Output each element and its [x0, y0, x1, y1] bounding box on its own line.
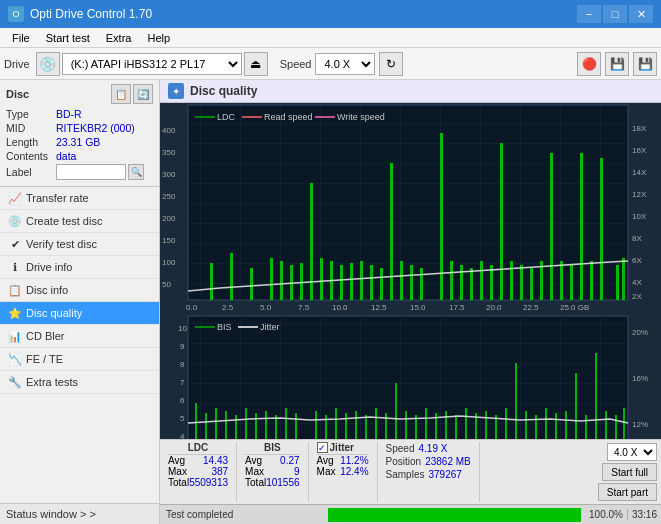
nav-fe-te[interactable]: 📉 FE / TE [0, 348, 159, 371]
stats-bar: LDC Avg 14.43 Max 387 Total 5509313 [160, 439, 661, 504]
toolbar-btn-1[interactable]: 🔴 [577, 52, 601, 76]
disc-label-input[interactable] [56, 164, 126, 180]
svg-text:5.0: 5.0 [260, 303, 272, 312]
menu-help[interactable]: Help [139, 30, 178, 46]
nav-create-test-disc[interactable]: 💿 Create test disc [0, 210, 159, 233]
status-window-button[interactable]: Status window > > [0, 503, 159, 524]
svg-rect-135 [575, 373, 577, 439]
speed-select-stats[interactable]: 4.0 X 1.0 X 2.0 X 8.0 X [607, 443, 657, 461]
svg-text:100: 100 [162, 258, 176, 267]
charts-container: LDC Read speed Write speed 400 350 300 2… [160, 103, 661, 439]
svg-text:14X: 14X [632, 168, 647, 177]
nav-extra-tests[interactable]: 🔧 Extra tests [0, 371, 159, 394]
svg-rect-38 [360, 261, 363, 300]
svg-rect-57 [560, 261, 563, 300]
total-label-2: Total [245, 477, 266, 488]
disc-label-btn[interactable]: 🔍 [128, 164, 144, 180]
svg-text:Write speed: Write speed [337, 112, 385, 122]
bis-header: BIS [245, 442, 300, 455]
disc-info-panel: Disc 📋 🔄 Type BD-R MID RITEKBR2 (000) Le… [0, 80, 159, 187]
ldc-max: 387 [211, 466, 228, 477]
svg-rect-36 [340, 265, 343, 300]
svg-text:16X: 16X [632, 146, 647, 155]
minimize-button[interactable]: − [577, 5, 601, 23]
svg-text:12X: 12X [632, 190, 647, 199]
svg-rect-56 [550, 153, 553, 300]
menu-file[interactable]: File [4, 30, 38, 46]
svg-rect-26 [210, 263, 213, 300]
svg-rect-51 [500, 143, 503, 300]
divider-3 [377, 442, 378, 502]
svg-rect-42 [400, 261, 403, 300]
ldc-header: LDC [168, 442, 228, 455]
svg-rect-115 [375, 408, 377, 439]
disc-icon-btn-2[interactable]: 🔄 [133, 84, 153, 104]
menu-extra[interactable]: Extra [98, 30, 140, 46]
nav-label-disc-quality: Disc quality [26, 307, 82, 319]
max-label: Max [168, 466, 187, 477]
start-part-button[interactable]: Start part [598, 483, 657, 501]
svg-text:6X: 6X [632, 256, 642, 265]
nav-label-fe-te: FE / TE [26, 353, 63, 365]
transfer-rate-icon: 📈 [8, 191, 22, 205]
nav-verify-test-disc[interactable]: ✔ Verify test disc [0, 233, 159, 256]
menu-bar: File Start test Extra Help [0, 28, 661, 48]
nav-cd-bler[interactable]: 📊 CD Bler [0, 325, 159, 348]
nav-disc-info[interactable]: 📋 Disc info [0, 279, 159, 302]
maximize-button[interactable]: □ [603, 5, 627, 23]
svg-rect-28 [250, 268, 253, 300]
svg-rect-53 [520, 265, 523, 300]
svg-rect-110 [325, 415, 327, 439]
position-label: Position [386, 456, 422, 467]
svg-rect-137 [595, 353, 597, 439]
disc-icon-btn-1[interactable]: 📋 [111, 84, 131, 104]
svg-text:10: 10 [178, 324, 187, 333]
svg-text:LDC: LDC [217, 112, 236, 122]
svg-text:200: 200 [162, 214, 176, 223]
position-value: 23862 MB [425, 456, 471, 467]
max-label-2: Max [245, 466, 264, 477]
eject-button[interactable]: ⏏ [244, 52, 268, 76]
svg-rect-136 [585, 415, 587, 439]
menu-start-test[interactable]: Start test [38, 30, 98, 46]
svg-text:150: 150 [162, 236, 176, 245]
speed-stat-label: Speed [386, 443, 415, 454]
close-button[interactable]: ✕ [629, 5, 653, 23]
position-row: Position 23862 MB [386, 455, 471, 468]
svg-text:12%: 12% [632, 420, 648, 429]
svg-rect-140 [623, 408, 625, 439]
svg-rect-118 [405, 411, 407, 439]
svg-text:2X: 2X [632, 292, 642, 301]
nav-transfer-rate[interactable]: 📈 Transfer rate [0, 187, 159, 210]
jitter-stats: ✓ Jitter Avg 11.2% Max 12.4% [313, 442, 373, 502]
svg-rect-109 [315, 411, 317, 439]
svg-text:250: 250 [162, 192, 176, 201]
nav-disc-quality[interactable]: ⭐ Disc quality [0, 302, 159, 325]
speed-apply-button[interactable]: ↻ [379, 52, 403, 76]
start-full-button[interactable]: Start full [602, 463, 657, 481]
svg-rect-100 [225, 411, 227, 439]
svg-rect-130 [525, 411, 527, 439]
verify-test-disc-icon: ✔ [8, 237, 22, 251]
divider-2 [308, 442, 309, 502]
nav-drive-info[interactable]: ℹ Drive info [0, 256, 159, 279]
bis-total-row: Total 101556 [245, 477, 300, 488]
drive-select[interactable]: (K:) ATAPI iHBS312 2 PL17 [62, 53, 242, 75]
jitter-checkbox[interactable]: ✓ [317, 442, 328, 453]
svg-rect-113 [355, 411, 357, 439]
nav-label-disc-info: Disc info [26, 284, 68, 296]
svg-rect-112 [345, 413, 347, 439]
type-value: BD-R [56, 108, 82, 120]
svg-rect-46 [450, 261, 453, 300]
svg-rect-44 [420, 268, 423, 300]
elapsed-time: 33:16 [627, 509, 661, 520]
main-content: Disc 📋 🔄 Type BD-R MID RITEKBR2 (000) Le… [0, 80, 661, 524]
svg-text:20%: 20% [632, 328, 648, 337]
svg-rect-124 [465, 408, 467, 439]
toolbar: Drive 💿 (K:) ATAPI iHBS312 2 PL17 ⏏ Spee… [0, 48, 661, 80]
toolbar-btn-3[interactable]: 💾 [633, 52, 657, 76]
svg-rect-52 [510, 261, 513, 300]
svg-rect-41 [390, 163, 393, 300]
speed-select[interactable]: 4.0 X 1.0 X 2.0 X 8.0 X [315, 53, 375, 75]
toolbar-btn-2[interactable]: 💾 [605, 52, 629, 76]
